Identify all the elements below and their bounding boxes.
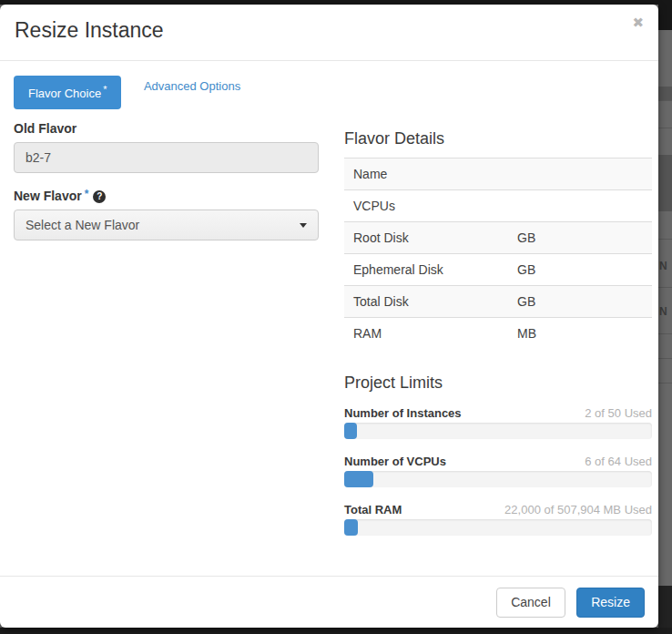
detail-unit: GB xyxy=(508,254,652,286)
project-limits-heading: Project Limits xyxy=(344,373,652,393)
meter-label: Total RAM xyxy=(344,501,402,519)
background-fragment xyxy=(658,87,672,101)
detail-unit: GB xyxy=(508,286,652,318)
flavor-form-column: Old Flavor New Flavor*? Select a New Fla… xyxy=(14,121,319,240)
progress-fill xyxy=(344,519,358,536)
new-flavor-select[interactable]: Select a New Flavor xyxy=(14,210,319,240)
detail-unit: MB xyxy=(508,318,652,350)
flavor-details-heading: Flavor Details xyxy=(344,129,652,148)
tab-advanced-options[interactable]: Advanced Options xyxy=(144,79,240,93)
help-icon[interactable]: ? xyxy=(93,190,106,203)
table-row: RAMMB xyxy=(344,318,652,350)
old-flavor-input xyxy=(14,142,319,173)
meter-label: Number of Instances xyxy=(344,404,462,423)
background-row-line xyxy=(658,128,672,128)
table-row: Root DiskGB xyxy=(344,222,652,254)
background-row-line xyxy=(658,383,672,383)
detail-unit xyxy=(508,190,652,222)
background-row-line xyxy=(658,100,672,101)
progress-bar xyxy=(344,519,652,536)
meter-vcpus: Number of VCPUs 6 of 64 Used xyxy=(344,453,652,487)
table-row: VCPUs xyxy=(344,190,652,222)
background-row-line xyxy=(658,358,672,359)
flavor-details-table: Name VCPUs Root DiskGB Ephemeral DiskGB … xyxy=(344,158,652,349)
tab-flavor-choice[interactable]: Flavor Choice* xyxy=(14,76,121,109)
background-bottom-strip xyxy=(0,628,672,634)
new-flavor-select-value: Select a New Flavor xyxy=(25,218,139,232)
background-fragment xyxy=(658,155,672,211)
meter-label: Number of VCPUs xyxy=(344,453,446,471)
meter-usage: 2 of 50 Used xyxy=(585,404,652,423)
modal-tabs: Flavor Choice* Advanced Options xyxy=(14,76,240,108)
new-flavor-label-text: New Flavor xyxy=(14,189,82,203)
modal-title: Resize Instance xyxy=(15,18,164,43)
cancel-button[interactable]: Cancel xyxy=(496,588,565,618)
table-row: Total DiskGB xyxy=(344,286,652,318)
required-asterisk: * xyxy=(85,188,89,200)
close-icon[interactable]: ✖ xyxy=(632,15,644,31)
background-page-column: N N xyxy=(658,0,672,634)
table-row: Name xyxy=(344,158,652,190)
modal-header: Resize Instance ✖ xyxy=(0,5,658,61)
detail-unit: GB xyxy=(508,222,652,254)
resize-button[interactable]: Resize xyxy=(576,588,645,618)
resize-instance-modal: Resize Instance ✖ Flavor Choice* Advance… xyxy=(0,5,658,628)
detail-unit xyxy=(508,158,652,190)
details-column: Flavor Details Name VCPUs Root DiskGB Ep… xyxy=(344,129,652,549)
detail-name: Root Disk xyxy=(344,222,508,254)
detail-name: VCPUs xyxy=(344,190,508,222)
table-row: Ephemeral DiskGB xyxy=(344,254,652,286)
background-row-line xyxy=(658,287,672,288)
meter-ram: Total RAM 22,000 of 507,904 MB Used xyxy=(344,501,652,536)
progress-fill xyxy=(344,471,373,487)
detail-name: Ephemeral Disk xyxy=(344,254,508,286)
old-flavor-label: Old Flavor xyxy=(14,121,319,136)
required-asterisk: * xyxy=(103,84,107,95)
modal-footer: Cancel Resize xyxy=(0,576,658,628)
meter-usage: 22,000 of 507,904 MB Used xyxy=(504,501,652,519)
tab-flavor-choice-label: Flavor Choice xyxy=(28,87,101,100)
chevron-down-icon xyxy=(300,223,307,228)
detail-name: Total Disk xyxy=(344,286,508,318)
background-row-line xyxy=(658,239,672,240)
meter-instances: Number of Instances 2 of 50 Used xyxy=(344,404,652,439)
background-text-fragment: N xyxy=(659,261,672,271)
progress-bar xyxy=(344,423,652,439)
background-row-line xyxy=(658,333,672,334)
background-fragment xyxy=(658,0,672,30)
new-flavor-label: New Flavor*? xyxy=(14,188,319,203)
detail-name: RAM xyxy=(344,318,508,350)
detail-name: Name xyxy=(344,158,508,190)
meter-usage: 6 of 64 Used xyxy=(585,453,652,471)
progress-fill xyxy=(344,423,357,439)
background-text-fragment: N xyxy=(659,306,672,317)
progress-bar xyxy=(344,471,652,487)
